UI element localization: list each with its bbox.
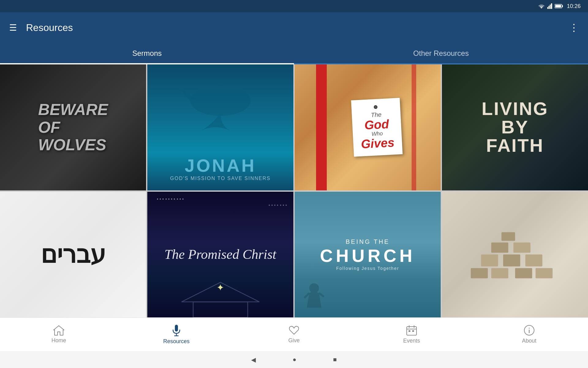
tab-bar: Sermons Other Resources bbox=[0, 43, 588, 64]
ruins-illustration bbox=[464, 210, 566, 298]
content-grid: BEWAREOFWOLVES JONAH GOD'S MISSION TO SA… bbox=[0, 64, 588, 317]
nav-item-give[interactable]: Give bbox=[235, 325, 353, 344]
list-item[interactable]: עברים bbox=[0, 192, 146, 318]
svg-rect-18 bbox=[491, 243, 508, 253]
tab-sermons[interactable]: Sermons bbox=[0, 43, 294, 63]
card-promised-title: The Promised Christ bbox=[164, 246, 276, 263]
system-nav-bar: ◀ ● ■ bbox=[0, 351, 588, 368]
bottom-nav: Home Resources Give Events bbox=[0, 317, 588, 351]
nav-item-home[interactable]: Home bbox=[0, 325, 118, 344]
list-item[interactable]: BEING THE CHURCH Following Jesus Togethe… bbox=[295, 192, 441, 318]
svg-point-10 bbox=[309, 283, 319, 293]
svg-rect-15 bbox=[481, 255, 498, 266]
card-jonah-title: JONAH bbox=[170, 155, 271, 176]
svg-rect-25 bbox=[407, 327, 417, 335]
svg-rect-30 bbox=[412, 330, 414, 332]
svg-rect-1 bbox=[548, 6, 549, 9]
svg-rect-0 bbox=[547, 7, 548, 9]
nav-item-resources[interactable]: Resources bbox=[118, 324, 235, 345]
nav-item-about[interactable]: About bbox=[470, 325, 588, 344]
tab-other-resources[interactable]: Other Resources bbox=[294, 43, 588, 63]
nav-label-resources: Resources bbox=[163, 338, 190, 345]
svg-rect-16 bbox=[503, 255, 520, 266]
list-item[interactable]: JONAH GOD'S MISSION TO SAVE SINNERS bbox=[147, 64, 293, 190]
svg-rect-13 bbox=[515, 268, 532, 278]
page-title: Resources bbox=[26, 22, 569, 33]
status-time: 10:26 bbox=[567, 3, 581, 10]
status-icons bbox=[538, 3, 563, 9]
list-item[interactable]: BEWAREOFWOLVES bbox=[0, 64, 146, 190]
svg-rect-20 bbox=[501, 232, 515, 241]
card-beware-title: BEWAREOFWOLVES bbox=[32, 95, 114, 160]
svg-rect-19 bbox=[513, 243, 530, 253]
card-church-title: CHURCH bbox=[320, 245, 415, 266]
nav-label-about: About bbox=[522, 338, 536, 344]
nav-label-give: Give bbox=[288, 337, 300, 344]
card-jonah-subtitle: GOD'S MISSION TO SAVE SINNERS bbox=[170, 176, 271, 181]
battery-icon bbox=[555, 4, 563, 9]
svg-rect-9 bbox=[193, 302, 247, 317]
list-item[interactable] bbox=[442, 192, 588, 318]
svg-rect-3 bbox=[551, 3, 552, 9]
info-icon bbox=[524, 325, 535, 336]
svg-rect-17 bbox=[525, 255, 542, 266]
recent-apps-button[interactable]: ■ bbox=[333, 356, 337, 363]
card-church-being: BEING THE bbox=[320, 238, 415, 245]
status-bar: 10:26 bbox=[0, 0, 588, 12]
card-hebrew-title: עברים bbox=[41, 240, 106, 269]
svg-point-7 bbox=[190, 86, 251, 116]
svg-rect-14 bbox=[535, 268, 552, 278]
nav-label-events: Events bbox=[403, 338, 420, 344]
heart-icon bbox=[288, 325, 300, 335]
svg-rect-5 bbox=[562, 5, 563, 7]
list-item[interactable]: ✦ ✦ ✦ ✦ ✦ ✦ ✦ ✦ ✦ ✦ ✦ ✦ ✦ ✦ ✦ ✦ ✦ ✦ The … bbox=[147, 192, 293, 318]
card-living-title: LIVINGBYFAITH bbox=[481, 100, 548, 155]
home-icon bbox=[53, 325, 64, 335]
wifi-icon bbox=[538, 4, 545, 9]
card-church-content: BEING THE CHURCH Following Jesus Togethe… bbox=[320, 238, 415, 271]
svg-marker-21 bbox=[54, 326, 64, 335]
svg-rect-12 bbox=[491, 268, 508, 278]
nav-item-events[interactable]: Events bbox=[353, 325, 470, 344]
svg-point-33 bbox=[529, 328, 530, 329]
home-button[interactable]: ● bbox=[292, 356, 296, 363]
calendar-icon bbox=[406, 325, 417, 336]
top-bar: ☰ Resources ⋮ bbox=[0, 12, 588, 43]
svg-rect-2 bbox=[550, 5, 551, 9]
list-item[interactable]: LIVINGBYFAITH bbox=[442, 64, 588, 190]
menu-icon[interactable]: ☰ bbox=[9, 23, 17, 33]
list-item[interactable]: The God Who Gives bbox=[295, 64, 441, 190]
svg-rect-6 bbox=[555, 5, 561, 7]
svg-rect-29 bbox=[409, 330, 410, 332]
nav-label-home: Home bbox=[51, 337, 66, 344]
back-button[interactable]: ◀ bbox=[251, 356, 256, 363]
microphone-icon bbox=[172, 324, 181, 336]
card-church-subtitle: Following Jesus Together bbox=[320, 266, 415, 271]
svg-rect-22 bbox=[175, 325, 178, 332]
svg-rect-11 bbox=[471, 268, 488, 278]
signal-icon bbox=[547, 3, 552, 9]
more-options-icon[interactable]: ⋮ bbox=[569, 22, 579, 33]
whale-illustration bbox=[169, 71, 272, 146]
people-illustration bbox=[295, 269, 368, 317]
